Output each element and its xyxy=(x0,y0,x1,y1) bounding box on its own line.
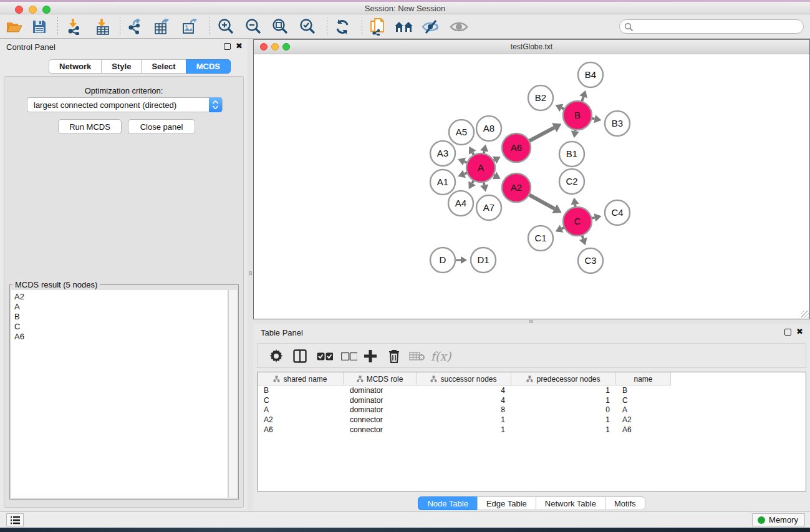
cell-predecessor-nodes[interactable]: 1 xyxy=(511,415,616,424)
network-window-titlebar[interactable]: testGlobe.txt xyxy=(254,40,809,54)
control-panel-header: Control Panel ✖ xyxy=(0,39,248,55)
cell-MCDS-role[interactable]: connector xyxy=(344,425,417,434)
import-network-icon[interactable] xyxy=(64,17,85,37)
zoom-fit-icon[interactable] xyxy=(269,17,291,37)
zoom-out-icon[interactable] xyxy=(243,17,264,37)
hide-panels-icon[interactable] xyxy=(420,17,441,37)
cell-shared-name[interactable]: A xyxy=(258,405,344,414)
open-session-icon[interactable] xyxy=(4,17,25,37)
mcds-result-item[interactable]: C xyxy=(14,322,228,332)
table-row[interactable]: A2connector11A2 xyxy=(258,415,806,425)
splitter-grip[interactable] xyxy=(529,320,533,323)
duplicate-network-icon[interactable] xyxy=(367,17,388,37)
cell-name[interactable]: A xyxy=(616,405,671,414)
main-titlebar: Session: New Session xyxy=(0,2,810,14)
import-table-icon[interactable] xyxy=(92,17,113,37)
table-row[interactable]: Bdominator41B xyxy=(258,385,806,395)
cell-MCDS-role[interactable]: dominator xyxy=(344,396,417,405)
show-columns-icon[interactable] xyxy=(290,346,310,366)
cell-predecessor-nodes[interactable]: 1 xyxy=(511,396,616,405)
cell-MCDS-role[interactable]: dominator xyxy=(344,405,417,414)
cell-shared-name[interactable]: A6 xyxy=(258,425,344,434)
memory-button[interactable]: Memory xyxy=(752,513,805,526)
status-bar: Memory xyxy=(0,511,810,528)
refresh-icon[interactable] xyxy=(332,17,353,37)
tab-style[interactable]: Style xyxy=(101,59,141,74)
column-header-predecessor-nodes[interactable]: predecessor nodes xyxy=(511,372,616,385)
mcds-result-list[interactable]: A2ABCA6 xyxy=(11,290,228,498)
vertical-splitter[interactable] xyxy=(248,39,253,511)
mcds-result-item[interactable]: A xyxy=(14,302,228,312)
fx-label: f(x) xyxy=(431,349,451,363)
select-all-icon[interactable] xyxy=(315,346,335,366)
cell-successor-nodes[interactable]: 1 xyxy=(417,425,511,434)
export-image-icon[interactable] xyxy=(180,17,201,37)
table-row[interactable]: A6connector11A6 xyxy=(258,425,806,435)
search-input[interactable] xyxy=(619,19,804,34)
table-panel-header: Table Panel ✖ xyxy=(253,324,810,341)
apply-function-icon[interactable]: f(x) xyxy=(431,346,451,366)
close-panel-icon[interactable]: ✖ xyxy=(236,41,243,51)
zoom-selected-icon[interactable] xyxy=(297,17,318,37)
table-row[interactable]: Cdominator41C xyxy=(258,395,806,405)
node-label-C4: C4 xyxy=(611,207,623,218)
cell-name[interactable]: A2 xyxy=(616,415,671,424)
cell-name[interactable]: C xyxy=(616,396,671,405)
float-panel-icon[interactable] xyxy=(224,43,231,50)
column-header-successor-nodes[interactable]: successor nodes xyxy=(417,372,511,385)
tab-network[interactable]: Network xyxy=(49,59,101,74)
cell-predecessor-nodes[interactable]: 1 xyxy=(511,386,616,395)
cell-predecessor-nodes[interactable]: 1 xyxy=(511,425,616,434)
export-table-icon[interactable] xyxy=(152,17,173,37)
delete-column-icon[interactable] xyxy=(384,346,404,366)
arrange-windows-icon[interactable] xyxy=(393,17,415,37)
show-panels-icon[interactable] xyxy=(448,17,470,37)
cell-MCDS-role[interactable]: connector xyxy=(344,415,417,424)
cell-name[interactable]: A6 xyxy=(616,425,671,434)
column-header-MCDS-role[interactable]: MCDS role xyxy=(344,372,417,385)
cell-shared-name[interactable]: A2 xyxy=(258,415,344,424)
splitter-grip[interactable] xyxy=(249,271,252,275)
mcds-result-scrollbar[interactable] xyxy=(228,290,237,498)
zoom-in-icon[interactable] xyxy=(215,17,236,37)
settings-gear-icon[interactable] xyxy=(266,346,286,366)
criterion-dropdown[interactable]: largest connected component (directed) xyxy=(27,97,223,112)
criterion-value: largest connected component (directed) xyxy=(34,100,176,110)
add-column-icon[interactable] xyxy=(360,346,380,366)
cell-MCDS-role[interactable]: dominator xyxy=(344,386,417,395)
cell-shared-name[interactable]: C xyxy=(258,396,344,405)
cell-name[interactable]: B xyxy=(616,386,671,395)
tab-mcds[interactable]: MCDS xyxy=(186,59,231,74)
mcds-result-item[interactable]: A2 xyxy=(14,292,228,302)
cell-successor-nodes[interactable]: 4 xyxy=(417,386,511,395)
tab-motifs[interactable]: Motifs xyxy=(605,496,645,510)
close-panel-button[interactable]: Close panel xyxy=(128,119,195,134)
tab-edge-table[interactable]: Edge Table xyxy=(477,496,536,510)
cell-successor-nodes[interactable]: 1 xyxy=(417,415,511,424)
mcds-result-item[interactable]: A6 xyxy=(14,332,228,342)
cell-predecessor-nodes[interactable]: 0 xyxy=(511,405,616,414)
horizontal-splitter[interactable] xyxy=(253,319,810,324)
close-panel-icon[interactable]: ✖ xyxy=(796,327,803,336)
cell-successor-nodes[interactable]: 4 xyxy=(417,396,511,405)
network-canvas[interactable]: B4B2BB3A8A5A6B1A3AA1C2A2A4A7C4CC1C3DD1 xyxy=(254,54,809,319)
tab-network-table[interactable]: Network Table xyxy=(536,496,605,510)
cell-shared-name[interactable]: B xyxy=(258,386,344,395)
mcds-result-item[interactable]: B xyxy=(14,312,228,322)
tab-select[interactable]: Select xyxy=(141,59,185,74)
column-header-shared-name[interactable]: shared name xyxy=(258,372,344,385)
window-resize-handle[interactable] xyxy=(801,311,809,318)
network-graph[interactable]: B4B2BB3A8A5A6B1A3AA1C2A2A4A7C4CC1C3DD1 xyxy=(254,54,809,319)
run-mcds-button[interactable]: Run MCDS xyxy=(58,119,122,134)
tab-node-table[interactable]: Node Table xyxy=(418,496,477,510)
float-panel-icon[interactable] xyxy=(784,329,791,336)
task-history-button[interactable] xyxy=(6,513,24,526)
delete-table-icon[interactable] xyxy=(407,346,427,366)
export-network-icon[interactable] xyxy=(125,17,146,37)
cell-successor-nodes[interactable]: 8 xyxy=(417,405,511,414)
table-row[interactable]: Adominator80A xyxy=(258,405,806,415)
toolbar-separator xyxy=(210,17,210,36)
deselect-all-icon[interactable] xyxy=(339,346,359,366)
save-session-icon[interactable] xyxy=(29,17,50,37)
column-header-name[interactable]: name xyxy=(616,372,671,385)
